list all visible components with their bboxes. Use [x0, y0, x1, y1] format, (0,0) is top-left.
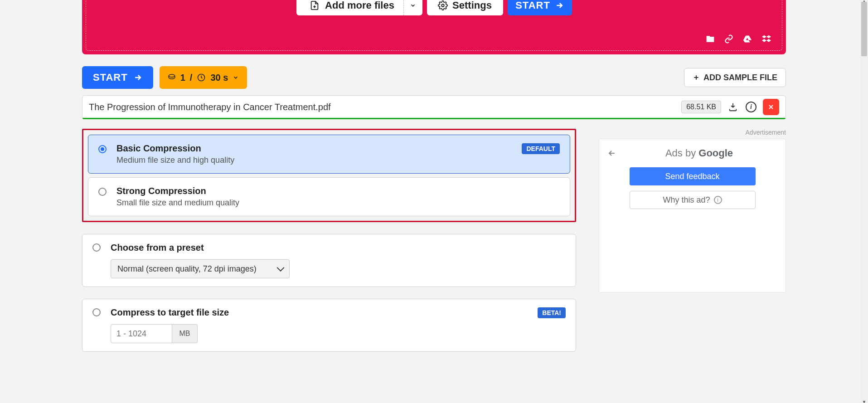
- ad-back-icon[interactable]: [607, 149, 616, 158]
- ads-by-google: Ads by Google: [621, 147, 777, 159]
- option-strong-desc: Small file size and medium quality: [116, 198, 560, 208]
- file-progress-bar: [82, 118, 786, 119]
- chevron-down-icon: [233, 74, 239, 81]
- add-more-files-label: Add more files: [325, 0, 394, 11]
- arrow-right-icon: [555, 1, 564, 10]
- download-icon[interactable]: [727, 101, 739, 113]
- option-basic-title: Basic Compression: [116, 143, 512, 154]
- target-size-unit: MB: [172, 324, 198, 343]
- arrow-right-icon: [133, 73, 142, 82]
- svg-point-0: [441, 4, 444, 7]
- ad-panel: Ads by Google Send feedback Why this ad?…: [599, 139, 786, 293]
- info-icon[interactable]: i: [745, 101, 757, 113]
- info-icon: i: [714, 196, 722, 204]
- chip-count: 1: [180, 73, 185, 83]
- file-name: The Progression of Immunotherapy in Canc…: [89, 102, 676, 112]
- add-more-files-button[interactable]: Add more files: [296, 0, 408, 15]
- settings-label: Settings: [452, 0, 492, 11]
- target-title: Compress to target file size: [111, 307, 538, 318]
- chevron-down-icon: [410, 2, 416, 9]
- add-sample-label: ADD SAMPLE FILE: [703, 73, 777, 83]
- settings-button[interactable]: Settings: [427, 0, 503, 15]
- gear-icon: [438, 0, 448, 10]
- option-basic-compression[interactable]: Basic Compression Medium file size and h…: [88, 135, 570, 174]
- clock-icon: [197, 73, 206, 82]
- chip-sep: /: [190, 73, 193, 83]
- ad-why-label: Why this ad?: [663, 195, 710, 205]
- dropbox-icon[interactable]: [761, 34, 771, 44]
- default-badge: DEFAULT: [522, 143, 560, 154]
- credits-chip[interactable]: 1 / 30 s: [160, 66, 247, 89]
- ad-send-feedback-button[interactable]: Send feedback: [630, 167, 756, 185]
- folder-icon[interactable]: [705, 34, 715, 44]
- link-icon[interactable]: [724, 34, 733, 44]
- svg-point-1: [169, 74, 175, 77]
- add-sample-file-button[interactable]: ADD SAMPLE FILE: [684, 68, 786, 87]
- coin-icon: [168, 73, 176, 82]
- scroll-down-icon[interactable]: ▼: [860, 399, 868, 403]
- preset-title: Choose from a preset: [111, 243, 566, 253]
- option-target-size[interactable]: Compress to target file size BETA! MB: [82, 299, 576, 352]
- google-drive-icon[interactable]: [742, 34, 752, 44]
- add-file-icon: [310, 0, 320, 10]
- plus-icon: [693, 74, 700, 81]
- remove-file-button[interactable]: [763, 99, 779, 115]
- option-basic-desc: Medium file size and high quality: [116, 155, 512, 165]
- chip-time: 30 s: [210, 73, 228, 83]
- radio-icon: [92, 243, 101, 252]
- scrollbar[interactable]: ▲ ▼: [860, 0, 868, 403]
- radio-icon: [92, 308, 101, 316]
- start-button[interactable]: START: [82, 66, 153, 89]
- scrollbar-thumb[interactable]: [861, 2, 867, 56]
- option-strong-compression[interactable]: Strong Compression Small file size and m…: [88, 177, 570, 216]
- advertisement-label: Advertisement: [599, 129, 786, 136]
- start-button-hero[interactable]: START: [508, 0, 572, 15]
- file-size-badge: 68.51 KB: [681, 101, 721, 113]
- ad-why-this-ad-button[interactable]: Why this ad? i: [630, 191, 756, 209]
- upload-hero: Add more files Settings START: [82, 0, 786, 54]
- option-strong-title: Strong Compression: [116, 186, 560, 196]
- start-label: START: [93, 72, 128, 83]
- beta-badge: BETA!: [538, 307, 566, 318]
- file-row: The Progression of Immunotherapy in Canc…: [82, 95, 786, 119]
- preset-select[interactable]: Normal (screen quality, 72 dpi images): [111, 259, 290, 278]
- compression-options-highlight: Basic Compression Medium file size and h…: [82, 129, 576, 222]
- target-size-input[interactable]: [111, 324, 172, 343]
- radio-icon: [98, 188, 107, 196]
- radio-selected-icon: [98, 145, 107, 153]
- start-hero-label: START: [515, 0, 550, 11]
- option-preset[interactable]: Choose from a preset Normal (screen qual…: [82, 234, 576, 287]
- add-more-files-dropdown[interactable]: [403, 0, 422, 15]
